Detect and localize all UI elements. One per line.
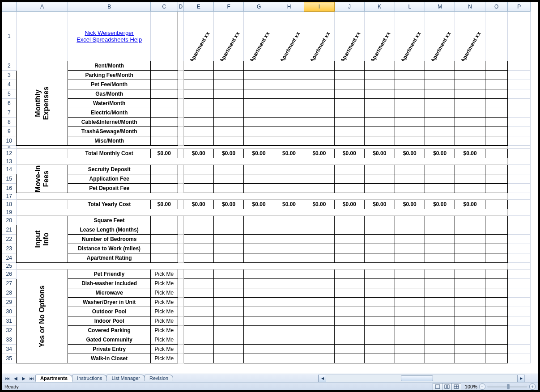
inputinfo-1-input-3[interactable] (244, 225, 274, 235)
movein-2-input-4[interactable] (274, 184, 304, 193)
row-header-7[interactable]: 7 (2, 108, 17, 118)
monthly-6-input-10[interactable] (455, 118, 485, 127)
monthly-8-input-9[interactable] (425, 136, 455, 146)
row-header-9[interactable]: 9 (2, 127, 17, 136)
movein-0-input-10[interactable] (455, 165, 485, 174)
monthly-7-input-c[interactable] (150, 127, 178, 136)
yesno-3-val-4[interactable] (274, 298, 304, 307)
row-header-31[interactable]: 31 (2, 316, 17, 326)
inputinfo-1-input-1[interactable] (183, 225, 213, 235)
monthly-6-input-4[interactable] (274, 118, 304, 127)
monthly-0-input-c[interactable] (150, 61, 178, 71)
help-link[interactable]: Excel Spreadsheets Help (77, 36, 142, 43)
yesno-5-val-5[interactable] (304, 316, 334, 326)
yesno-5-val-1[interactable] (183, 316, 213, 326)
movein-1-input-3[interactable] (244, 174, 274, 184)
sheet-tab-instructions[interactable]: Instructions (72, 375, 107, 381)
yesno-9-val-6[interactable] (334, 354, 364, 363)
column-header-P[interactable]: P (508, 2, 531, 12)
inputinfo-2-input-8[interactable] (395, 235, 425, 244)
yesno-8-val-3[interactable] (244, 345, 274, 354)
inputinfo-1-input-7[interactable] (365, 225, 395, 235)
yesno-1-val-1[interactable] (183, 279, 213, 288)
yesno-0-val-8[interactable] (395, 270, 425, 279)
inputinfo-4-input-8[interactable] (395, 253, 425, 263)
monthly-1-input-6[interactable] (334, 71, 364, 80)
monthly-8-input-4[interactable] (274, 136, 304, 146)
column-header-M[interactable]: M (425, 2, 455, 12)
inputinfo-0-input-1[interactable] (183, 216, 213, 225)
yesno-7-pickme[interactable]: Pick Me (150, 335, 178, 345)
yesno-4-val-6[interactable] (334, 307, 364, 316)
row-header-33[interactable]: 33 (2, 335, 17, 345)
yesno-6-pickme[interactable]: Pick Me (150, 326, 178, 335)
row-header-1[interactable]: 1 (2, 12, 17, 61)
scroll-thumb[interactable] (401, 375, 433, 381)
monthly-6-input-5[interactable] (304, 118, 334, 127)
yesno-9-val-5[interactable] (304, 354, 334, 363)
inputinfo-1-input-2[interactable] (213, 225, 243, 235)
monthly-6-input-9[interactable] (425, 118, 455, 127)
inputinfo-3-input-9[interactable] (425, 244, 455, 253)
column-header-K[interactable]: K (365, 2, 395, 12)
movein-2-input-3[interactable] (244, 184, 274, 193)
monthly-4-input-4[interactable] (274, 99, 304, 108)
monthly-7-input-4[interactable] (274, 127, 304, 136)
monthly-6-input-7[interactable] (365, 118, 395, 127)
movein-1-input-10[interactable] (455, 174, 485, 184)
tab-nav-last-icon[interactable]: ⏭ (28, 375, 36, 382)
row-header-23[interactable]: 23 (2, 244, 17, 253)
movein-0-input-c[interactable] (150, 165, 178, 174)
inputinfo-1-input-9[interactable] (425, 225, 455, 235)
inputinfo-2-input-6[interactable] (334, 235, 364, 244)
inputinfo-3-input-2[interactable] (213, 244, 243, 253)
movein-0-input-8[interactable] (395, 165, 425, 174)
row-header-11[interactable]: 11 (2, 146, 17, 149)
tab-nav-first-icon[interactable]: ⏮ (4, 375, 12, 382)
monthly-4-input-9[interactable] (425, 99, 455, 108)
yesno-8-val-10[interactable] (455, 345, 485, 354)
row-header-17[interactable]: 17 (2, 193, 17, 200)
yesno-9-val-3[interactable] (244, 354, 274, 363)
yesno-3-val-2[interactable] (213, 298, 243, 307)
column-header-L[interactable]: L (395, 2, 425, 12)
yesno-1-val-8[interactable] (395, 279, 425, 288)
movein-2-input-7[interactable] (365, 184, 395, 193)
movein-1-input-6[interactable] (334, 174, 364, 184)
monthly-5-input-9[interactable] (425, 108, 455, 118)
monthly-7-input-5[interactable] (304, 127, 334, 136)
monthly-2-input-4[interactable] (274, 80, 304, 89)
yesno-7-val-2[interactable] (213, 335, 243, 345)
monthly-2-input-7[interactable] (365, 80, 395, 89)
monthly-5-input-c[interactable] (150, 108, 178, 118)
monthly-7-input-2[interactable] (213, 127, 243, 136)
monthly-3-input-9[interactable] (425, 89, 455, 99)
inputinfo-0-input-9[interactable] (425, 216, 455, 225)
yesno-6-val-8[interactable] (395, 326, 425, 335)
monthly-2-input-10[interactable] (455, 80, 485, 89)
monthly-1-input-9[interactable] (425, 71, 455, 80)
inputinfo-2-input-1[interactable] (183, 235, 213, 244)
inputinfo-1-input-4[interactable] (274, 225, 304, 235)
yesno-5-val-7[interactable] (365, 316, 395, 326)
column-header-D[interactable]: D (178, 2, 183, 12)
movein-1-input-8[interactable] (395, 174, 425, 184)
yesno-1-pickme[interactable]: Pick Me (150, 279, 178, 288)
monthly-2-input-8[interactable] (395, 80, 425, 89)
movein-0-input-5[interactable] (304, 165, 334, 174)
inputinfo-2-input-3[interactable] (244, 235, 274, 244)
inputinfo-0-input-5[interactable] (304, 216, 334, 225)
monthly-4-input-7[interactable] (365, 99, 395, 108)
yesno-3-val-6[interactable] (334, 298, 364, 307)
monthly-4-input-1[interactable] (183, 99, 213, 108)
monthly-3-input-1[interactable] (183, 89, 213, 99)
monthly-1-input-10[interactable] (455, 71, 485, 80)
monthly-1-input-1[interactable] (183, 71, 213, 80)
row-header-32[interactable]: 32 (2, 326, 17, 335)
monthly-8-input-10[interactable] (455, 136, 485, 146)
monthly-7-input-7[interactable] (365, 127, 395, 136)
monthly-0-input-7[interactable] (365, 61, 395, 71)
monthly-5-input-6[interactable] (334, 108, 364, 118)
monthly-0-input-9[interactable] (425, 61, 455, 71)
row-header-16[interactable]: 16 (2, 184, 17, 193)
